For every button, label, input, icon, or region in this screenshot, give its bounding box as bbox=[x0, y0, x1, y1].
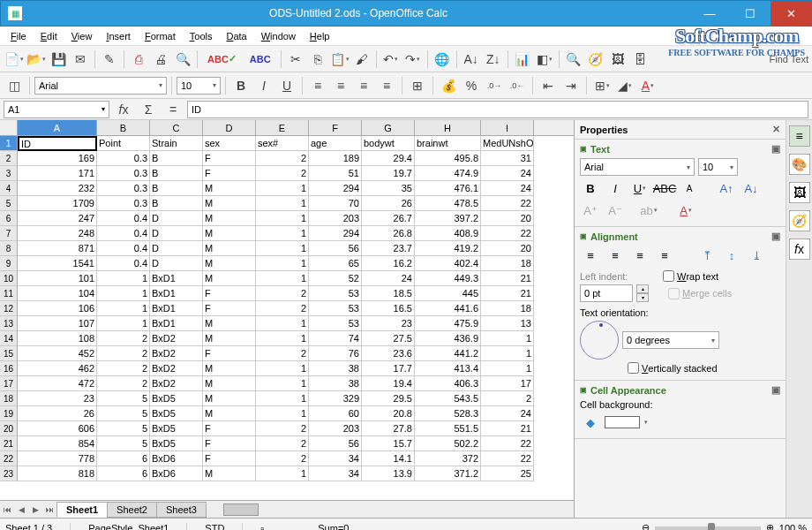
align-center-button[interactable]: ≡ bbox=[330, 75, 351, 96]
cell[interactable]: BxD2 bbox=[150, 376, 203, 391]
cell[interactable]: 474.9 bbox=[415, 166, 481, 181]
indent-spinner[interactable]: 0 pt bbox=[580, 284, 633, 302]
minimize-button[interactable]: — bbox=[689, 1, 730, 26]
cell[interactable]: 22 bbox=[481, 226, 534, 241]
cell[interactable]: 551.5 bbox=[415, 421, 481, 436]
cell[interactable]: 21 bbox=[481, 421, 534, 436]
equals-button[interactable]: = bbox=[162, 99, 184, 120]
find-button[interactable]: 🔍 bbox=[563, 49, 584, 70]
cell[interactable]: D bbox=[150, 256, 203, 271]
cell[interactable]: 38 bbox=[309, 376, 362, 391]
cell[interactable]: 0.3 bbox=[97, 181, 150, 196]
cell[interactable]: 1 bbox=[256, 406, 309, 421]
cell[interactable]: 26.7 bbox=[362, 211, 415, 226]
cell[interactable]: 1541 bbox=[18, 256, 97, 271]
cell[interactable]: 2 bbox=[256, 346, 309, 361]
cell[interactable]: 24 bbox=[481, 406, 534, 421]
sb-align-left-button[interactable]: ≡ bbox=[580, 246, 601, 265]
cell[interactable]: 24 bbox=[362, 271, 415, 286]
cell[interactable]: 76 bbox=[309, 346, 362, 361]
cell[interactable]: 21 bbox=[481, 271, 534, 286]
sb-fontcolor-button[interactable]: A▾ bbox=[675, 201, 696, 220]
cell[interactable]: 543.5 bbox=[415, 391, 481, 406]
cell[interactable]: 1 bbox=[256, 391, 309, 406]
col-header-F[interactable]: F bbox=[309, 120, 362, 135]
cell[interactable]: Strain bbox=[150, 136, 203, 151]
cell[interactable]: 16.2 bbox=[362, 256, 415, 271]
cell[interactable]: 0.3 bbox=[97, 151, 150, 166]
cell[interactable]: sex bbox=[203, 136, 256, 151]
cell[interactable]: 19.4 bbox=[362, 376, 415, 391]
cell[interactable]: 248 bbox=[18, 226, 97, 241]
row-header[interactable]: 20 bbox=[0, 421, 18, 436]
cell[interactable]: 27.5 bbox=[362, 331, 415, 346]
tab-next-button[interactable]: ▶ bbox=[28, 505, 42, 514]
row-header[interactable]: 22 bbox=[0, 451, 18, 466]
cell[interactable]: 52 bbox=[309, 271, 362, 286]
close-button[interactable]: ✕ bbox=[771, 1, 811, 26]
cell[interactable]: 20 bbox=[481, 241, 534, 256]
cell[interactable]: 372 bbox=[415, 451, 481, 466]
cell[interactable]: 462 bbox=[18, 361, 97, 376]
cell[interactable]: F bbox=[203, 301, 256, 316]
cell[interactable]: 70 bbox=[309, 196, 362, 211]
cell[interactable]: BxD1 bbox=[150, 301, 203, 316]
col-header-G[interactable]: G bbox=[362, 120, 415, 135]
cell[interactable]: 449.3 bbox=[415, 271, 481, 286]
show-draw-button[interactable]: ◧▾ bbox=[534, 49, 555, 70]
zoom-slider[interactable] bbox=[655, 526, 761, 530]
cell[interactable]: D bbox=[150, 226, 203, 241]
sb-underline-button[interactable]: U▾ bbox=[629, 178, 650, 198]
cell[interactable]: 1 bbox=[256, 226, 309, 241]
cell[interactable]: M bbox=[203, 376, 256, 391]
cell[interactable]: 5 bbox=[97, 421, 150, 436]
undo-button[interactable]: ↶▾ bbox=[380, 49, 402, 70]
cell[interactable]: 189 bbox=[309, 151, 362, 166]
cell[interactable]: 528.3 bbox=[415, 406, 481, 421]
cell[interactable]: BxD5 bbox=[150, 406, 203, 421]
row-header[interactable]: 17 bbox=[0, 376, 18, 391]
cell[interactable]: 871 bbox=[18, 241, 97, 256]
row-header[interactable]: 13 bbox=[0, 316, 18, 331]
cell[interactable]: 2 bbox=[256, 166, 309, 181]
cell[interactable]: F bbox=[203, 436, 256, 451]
maximize-button[interactable]: ☐ bbox=[730, 1, 771, 26]
cell[interactable]: brainwt bbox=[415, 136, 481, 151]
cell[interactable]: 19.7 bbox=[362, 166, 415, 181]
cell[interactable]: 1 bbox=[256, 466, 309, 481]
cell[interactable]: 23 bbox=[18, 391, 97, 406]
cell[interactable]: 20 bbox=[481, 211, 534, 226]
cell[interactable]: B bbox=[150, 181, 203, 196]
cell[interactable]: 472 bbox=[18, 376, 97, 391]
cell[interactable]: 0.4 bbox=[97, 241, 150, 256]
cell[interactable]: 441.2 bbox=[415, 346, 481, 361]
align-justify-button[interactable]: ≡ bbox=[376, 75, 397, 96]
sb-align-top-button[interactable]: ⤒ bbox=[696, 246, 718, 265]
cell[interactable]: 1 bbox=[97, 301, 150, 316]
cell[interactable]: 2 bbox=[97, 346, 150, 361]
spellcheck-button[interactable]: ABC✓ bbox=[201, 49, 243, 70]
deck-styles-icon[interactable]: 🎨 bbox=[789, 154, 810, 175]
cell[interactable]: 6 bbox=[97, 466, 150, 481]
cell[interactable]: 294 bbox=[309, 181, 362, 196]
cell[interactable]: D bbox=[150, 241, 203, 256]
cell[interactable]: 5 bbox=[97, 406, 150, 421]
cell[interactable]: BxD2 bbox=[150, 361, 203, 376]
menu-file[interactable]: File bbox=[4, 29, 34, 43]
cell[interactable]: M bbox=[203, 256, 256, 271]
orientation-combo[interactable]: 0 degrees▾ bbox=[622, 331, 719, 349]
menu-tools[interactable]: Tools bbox=[183, 29, 220, 43]
cell[interactable]: 452 bbox=[18, 346, 97, 361]
cell[interactable]: 22 bbox=[481, 196, 534, 211]
cell[interactable]: 13.9 bbox=[362, 466, 415, 481]
align-right-button[interactable]: ≡ bbox=[353, 75, 374, 96]
row-header[interactable]: 23 bbox=[0, 466, 18, 481]
cell[interactable]: M bbox=[203, 196, 256, 211]
sb-highlight-button[interactable]: ab▾ bbox=[638, 201, 659, 220]
zoom-out-button[interactable]: ⊖ bbox=[642, 522, 650, 530]
col-header-H[interactable]: H bbox=[415, 120, 481, 135]
cell[interactable]: 778 bbox=[18, 451, 97, 466]
cell[interactable]: M bbox=[203, 331, 256, 346]
cell[interactable]: 25 bbox=[481, 466, 534, 481]
cell[interactable]: bodywt bbox=[362, 136, 415, 151]
